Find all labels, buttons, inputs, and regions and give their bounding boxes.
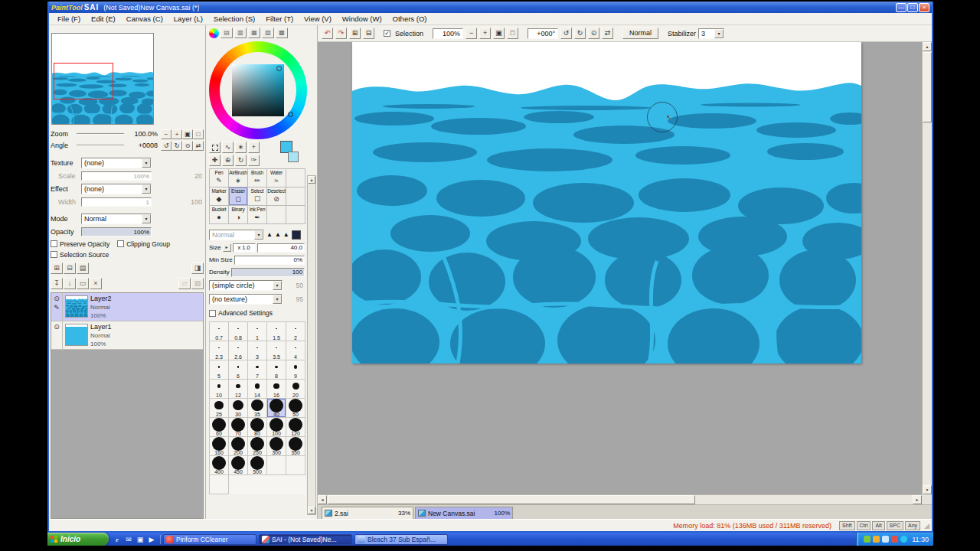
nav-flip-button[interactable]: ⇄: [193, 141, 204, 151]
scale-slider[interactable]: 100%: [81, 171, 152, 181]
tool-eraser[interactable]: Eraser◻: [229, 187, 248, 206]
minimize-button[interactable]: —: [896, 3, 906, 12]
color-wheel[interactable]: [209, 41, 307, 139]
prev-canvas-button[interactable]: ⊞: [349, 28, 361, 39]
brush-size-3.5[interactable]: 3.5: [267, 341, 286, 360]
tool-select[interactable]: Select☐: [248, 187, 267, 206]
brush-size-160[interactable]: 160: [210, 437, 229, 456]
angle-slider[interactable]: [77, 145, 124, 146]
menu-item-file-f[interactable]: File (F): [52, 13, 86, 24]
doc-tab-new-canvas-sai[interactable]: New Canvas.sai100%: [415, 507, 513, 519]
brush-tip-custom-icon[interactable]: [292, 230, 301, 240]
messenger-tray-icon[interactable]: [891, 536, 898, 543]
brush-size-80[interactable]: 80: [248, 418, 267, 437]
visibility-eye-icon[interactable]: ⊙: [54, 295, 60, 302]
brush-size-25[interactable]: 25: [210, 399, 229, 418]
brush-size-5[interactable]: 5: [210, 360, 229, 380]
clipping-group-checkbox[interactable]: [117, 240, 124, 247]
internet-explorer-icon[interactable]: e: [113, 535, 122, 544]
nav-zoom-fit-button[interactable]: □: [193, 129, 204, 139]
vertical-scrollbar[interactable]: ▲ ▼: [922, 42, 932, 494]
nav-rotate-reset-button[interactable]: ⊙: [182, 141, 193, 151]
brush-size-6[interactable]: 6: [229, 360, 248, 380]
color-wheel-tab-icon[interactable]: [209, 28, 219, 38]
brush-size-35[interactable]: 35: [248, 399, 267, 418]
network-tray-icon[interactable]: [900, 536, 907, 543]
brush-size-8[interactable]: 8: [267, 360, 286, 380]
sv-square-marker[interactable]: [276, 66, 282, 71]
title-bar[interactable]: PaintTool SAI (Not Saved)New Canvas.sai …: [49, 2, 932, 13]
scroll-down-icon[interactable]: ▼: [308, 507, 315, 514]
brush-size-slider[interactable]: 40.0: [257, 243, 305, 253]
swatches-tab[interactable]: ▧: [262, 28, 274, 38]
lasso-tool[interactable]: ∿: [222, 142, 234, 153]
menu-item-selection-s[interactable]: Selection (S): [208, 13, 260, 24]
move-tool[interactable]: ✚: [209, 155, 220, 166]
rect-select-tool[interactable]: [209, 142, 220, 153]
hsv-slider-tab[interactable]: ▥: [234, 28, 247, 38]
navigator-view-rectangle[interactable]: [54, 63, 113, 99]
canvas-zoom-value[interactable]: 100%: [433, 28, 463, 39]
brush-size-14[interactable]: 14: [248, 380, 267, 399]
tool-bucket[interactable]: Bucket●: [210, 206, 229, 224]
brush-shape-select[interactable]: (simple circle)▾: [209, 280, 283, 291]
brush-size-450[interactable]: 450: [229, 456, 248, 475]
menu-item-edit-e[interactable]: Edit (E): [86, 13, 121, 24]
canvas-flip-button[interactable]: ⇄: [602, 28, 613, 39]
brush-size-0.8[interactable]: 0.8: [229, 322, 248, 341]
delete-layer-button[interactable]: ×: [90, 278, 102, 289]
nav-zoom-in-button[interactable]: +: [172, 129, 182, 139]
visibility-eye-icon[interactable]: ⊙: [54, 323, 60, 331]
show-desktop-icon[interactable]: ▣: [136, 535, 145, 544]
tool-panel-scrollbar[interactable]: ▲ ▼: [307, 175, 316, 515]
update-tray-icon[interactable]: [873, 536, 880, 543]
next-canvas-button[interactable]: ⊟: [363, 28, 374, 39]
layer-effect-select[interactable]: (none)▾: [81, 184, 152, 194]
brush-size-30[interactable]: 30: [229, 399, 248, 418]
opacity-slider[interactable]: 100%: [81, 227, 152, 236]
task-button-piriform-ccleaner[interactable]: Piriform CCleaner: [163, 534, 256, 545]
menu-item-others-o[interactable]: Others (O): [387, 13, 433, 24]
layer-mode-select[interactable]: Normal▾: [81, 214, 152, 224]
canvas-zoom-reset-button[interactable]: ▣: [493, 28, 505, 39]
rgb-slider-tab[interactable]: ▤: [220, 28, 233, 38]
close-button[interactable]: ×: [919, 3, 929, 12]
brush-size-7[interactable]: 7: [248, 360, 267, 380]
resize-grip-icon[interactable]: ◢: [924, 522, 929, 530]
zoom-tool[interactable]: ⊕: [222, 155, 234, 166]
canvas-zoom-fit-button[interactable]: □: [507, 28, 518, 39]
scratchpad-tab[interactable]: ▩: [276, 28, 288, 38]
canvas-angle-value[interactable]: +000°: [528, 28, 558, 39]
scroll-left-icon[interactable]: ◄: [318, 495, 327, 504]
chevron-down-icon[interactable]: ▾: [273, 295, 282, 304]
email-icon[interactable]: ✉: [124, 535, 133, 544]
menu-item-view-v[interactable]: View (V): [299, 13, 337, 24]
layer-panel-toggle-button[interactable]: ◨: [191, 262, 204, 274]
vertical-scroll-thumb[interactable]: [923, 52, 932, 122]
hue-ring-marker[interactable]: [288, 112, 293, 117]
brush-size-300[interactable]: 300: [267, 437, 286, 456]
brush-blend-select[interactable]: Normal▾: [209, 230, 264, 240]
brush-size-2.3[interactable]: 2.3: [210, 341, 229, 360]
brush-texture-select[interactable]: (no texture)▾: [209, 294, 283, 305]
brush-size-20[interactable]: 20: [286, 380, 305, 399]
nav-zoom-out-button[interactable]: −: [161, 129, 172, 139]
selection-source-checkbox[interactable]: [51, 251, 57, 258]
brush-size-1[interactable]: 1: [248, 322, 267, 341]
tool-deselect[interactable]: Deselect⊘: [267, 187, 286, 206]
canvas-rotate-ccw-button[interactable]: ↺: [560, 28, 572, 39]
menu-item-window-w[interactable]: Window (W): [337, 13, 387, 24]
chevron-down-icon[interactable]: ▾: [273, 281, 282, 290]
brush-size-2[interactable]: 2: [286, 322, 305, 341]
tool-pen[interactable]: Pen✎: [210, 169, 229, 187]
rotate-canvas-tool[interactable]: ↻: [235, 155, 247, 166]
tool-airbrush[interactable]: AirBrush∗: [229, 169, 248, 187]
brush-size-60[interactable]: 60: [210, 418, 229, 437]
brush-tip-mid-icon[interactable]: ▲: [275, 231, 281, 238]
color-mixer-tab[interactable]: ▦: [248, 28, 260, 38]
brush-size-50[interactable]: 50: [286, 399, 305, 418]
brush-size-40[interactable]: 40: [267, 399, 286, 418]
brush-size-12[interactable]: 12: [229, 380, 248, 399]
width-slider[interactable]: 1: [81, 197, 152, 207]
tool-brush[interactable]: Brush✏: [248, 169, 267, 187]
